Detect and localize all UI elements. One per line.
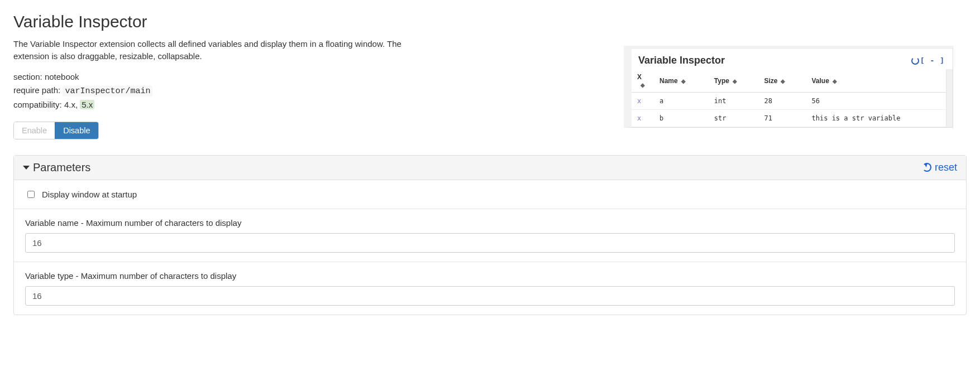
cell-name: b	[654, 110, 709, 127]
sort-icon: ◆	[681, 79, 686, 84]
preview-screenshot: Variable Inspector [ - ] X◆ Name◆ Type◆ …	[624, 46, 953, 128]
chevron-down-icon	[23, 166, 30, 170]
col-x: X	[637, 73, 642, 81]
startup-checkbox-label[interactable]: Display window at startup	[25, 189, 137, 200]
sort-icon: ◆	[781, 79, 785, 84]
cell-type: str	[709, 110, 759, 127]
meta-compat-label: compatibility:	[13, 100, 62, 109]
parameters-panel: Parameters reset Display window at start…	[13, 155, 967, 315]
page-title: Variable Inspector	[13, 12, 967, 31]
col-size: Size	[764, 77, 777, 85]
delete-icon: x	[637, 97, 641, 105]
enable-disable-group: Enable Disable	[13, 122, 99, 139]
reset-button[interactable]: reset	[922, 162, 957, 173]
cell-type: int	[709, 93, 759, 110]
col-value: Value	[812, 77, 829, 85]
table-row: x b str 71 this is a str variable	[632, 110, 953, 127]
meta-section-value: notebook	[45, 72, 79, 81]
meta-section-label: section:	[13, 72, 42, 81]
reset-label: reset	[935, 162, 957, 173]
preview-scrollbar	[946, 69, 953, 127]
startup-checkbox[interactable]	[27, 191, 35, 198]
meta-compat-current: 5.x	[80, 100, 94, 109]
startup-checkbox-text: Display window at startup	[42, 190, 137, 199]
cell-value: this is a str variable	[806, 110, 953, 127]
cell-name: a	[654, 93, 709, 110]
enable-button[interactable]: Enable	[14, 122, 55, 139]
sort-icon: ◆	[733, 79, 737, 84]
preview-controls: [ - ]	[911, 56, 945, 65]
cell-size: 71	[758, 110, 806, 127]
cell-value: 56	[806, 93, 953, 110]
reload-icon	[911, 57, 919, 65]
var-name-maxlen-label: Variable name - Maximum number of charac…	[25, 218, 955, 228]
sort-icon: ◆	[833, 79, 837, 84]
parameters-heading: Parameters	[33, 161, 90, 174]
table-row: x a int 28 56	[632, 93, 953, 110]
preview-table: X◆ Name◆ Type◆ Size◆ Value◆ x a int 28 5…	[632, 70, 953, 127]
meta-require-value: varInspector/main	[63, 86, 152, 96]
col-name: Name	[659, 77, 678, 85]
parameters-toggle[interactable]: Parameters	[23, 161, 90, 174]
refresh-icon	[922, 163, 931, 172]
sort-icon: ◆	[640, 83, 645, 88]
var-type-maxlen-input[interactable]	[25, 286, 955, 306]
extension-description: The Variable Inspector extension collect…	[13, 38, 415, 62]
var-name-maxlen-input[interactable]	[25, 233, 955, 253]
delete-icon: x	[637, 114, 641, 122]
meta-require-label: require path:	[13, 85, 60, 95]
disable-button[interactable]: Disable	[55, 122, 98, 139]
col-type: Type	[714, 77, 729, 85]
var-type-maxlen-label: Variable type - Maximum number of charac…	[25, 271, 955, 281]
cell-size: 28	[758, 93, 806, 110]
meta-compat-prev: 4.x,	[64, 100, 78, 109]
preview-title: Variable Inspector	[638, 55, 725, 66]
collapse-toggle: [ - ]	[920, 56, 945, 65]
